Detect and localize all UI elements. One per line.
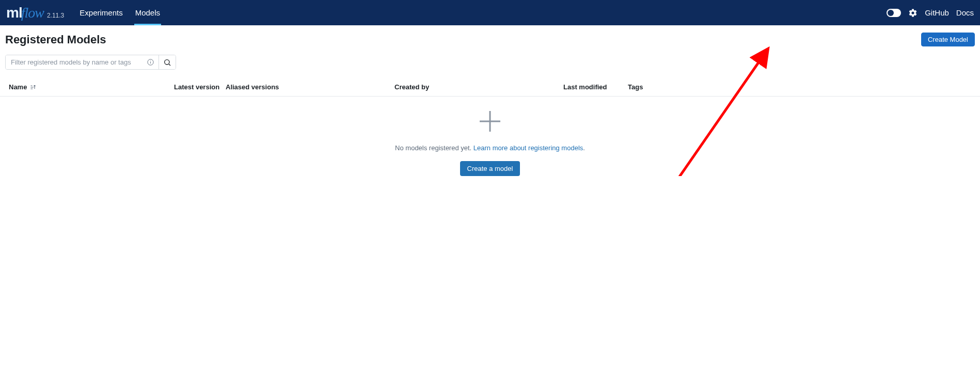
- page-title: Registered Models: [5, 33, 106, 46]
- mlflow-logo[interactable]: ml flow 2.11.3: [6, 5, 64, 21]
- create-model-button[interactable]: Create Model: [921, 33, 975, 46]
- plus-icon: [478, 109, 502, 134]
- tab-experiments[interactable]: Experiments: [73, 0, 129, 25]
- column-latest-version[interactable]: Latest version: [174, 83, 226, 91]
- tab-models[interactable]: Models: [129, 0, 166, 25]
- column-aliased-versions[interactable]: Aliased versions: [226, 83, 394, 91]
- info-icon[interactable]: [147, 58, 154, 66]
- page-header: Registered Models Create Model: [0, 25, 980, 51]
- nav-tabs: Experiments Models: [73, 0, 166, 25]
- filter-input[interactable]: [6, 55, 159, 69]
- docs-link[interactable]: Docs: [956, 8, 974, 17]
- search-icon: [163, 58, 171, 67]
- empty-prefix: No models registered yet.: [395, 144, 473, 152]
- theme-toggle[interactable]: [887, 9, 901, 17]
- svg-point-3: [165, 59, 169, 64]
- sort-asc-icon: [30, 84, 36, 90]
- column-last-modified[interactable]: Last modified: [563, 83, 628, 91]
- top-navbar: ml flow 2.11.3 Experiments Models GitHub…: [0, 0, 980, 25]
- github-link[interactable]: GitHub: [925, 8, 949, 17]
- svg-point-1: [150, 60, 151, 61]
- logo-flow-text: flow: [21, 5, 44, 21]
- search-button[interactable]: [159, 55, 176, 69]
- empty-state: No models registered yet. Learn more abo…: [0, 97, 980, 176]
- svg-line-4: [169, 64, 170, 66]
- nav-right: GitHub Docs: [887, 8, 974, 18]
- gear-icon[interactable]: [908, 8, 918, 18]
- logo-version: 2.11.3: [47, 12, 64, 19]
- logo-ml-text: ml: [6, 5, 22, 21]
- create-a-model-button[interactable]: Create a model: [460, 161, 520, 176]
- learn-more-link[interactable]: Learn more about registering models: [473, 144, 583, 152]
- column-name-label: Name: [9, 83, 27, 91]
- column-name[interactable]: Name: [5, 83, 174, 91]
- filter-row: [0, 51, 980, 78]
- filter-group: [5, 55, 176, 70]
- column-tags[interactable]: Tags: [628, 83, 975, 91]
- filter-input-wrap: [6, 55, 159, 69]
- column-created-by[interactable]: Created by: [394, 83, 563, 91]
- empty-suffix: .: [583, 144, 585, 152]
- table-header: Name Latest version Aliased versions Cre…: [0, 78, 980, 97]
- empty-message: No models registered yet. Learn more abo…: [395, 144, 585, 152]
